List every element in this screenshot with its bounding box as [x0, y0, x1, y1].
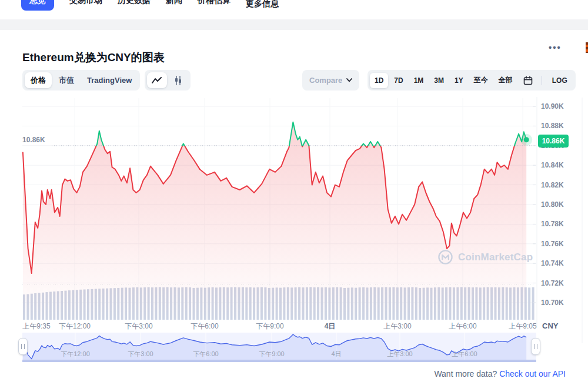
y-axis-label: 10.80K	[541, 200, 564, 209]
navigator-time-label: 下午12:00	[61, 350, 90, 358]
range-button-1D[interactable]: 1D	[370, 73, 388, 88]
api-promo-text: Want more data?	[434, 369, 497, 378]
line-chart-icon[interactable]	[147, 72, 167, 88]
page-title: Ethereum兑换为CNY的图表	[22, 50, 165, 65]
range-button-1M[interactable]: 1M	[409, 73, 429, 88]
x-axis-label: 上午3:00	[383, 321, 411, 331]
range-button-至今[interactable]: 至今	[469, 72, 493, 89]
navigator-time-label: 上午6:00	[452, 350, 477, 358]
clipped-edge-icon	[586, 42, 588, 53]
watermark-text: CoinMarketCap	[458, 252, 533, 263]
chevron-down-icon	[346, 78, 352, 82]
calendar-icon[interactable]	[519, 73, 537, 88]
range-selector: 1D7D1M3M1Y至今全部 LOG	[368, 70, 576, 91]
x-axis-label: 上午9:35	[22, 321, 50, 331]
candlestick-icon[interactable]	[168, 72, 188, 88]
coinmarketcap-watermark: CoinMarketCap	[437, 249, 533, 265]
topnav-tab-6[interactable]: 更多信息	[246, 0, 279, 14]
coinmarketcap-logo-icon	[437, 249, 453, 265]
compare-label: Compare	[309, 76, 342, 85]
metric-tab-1[interactable]: 价格	[25, 72, 52, 88]
y-axis-label: 10.76K	[541, 240, 564, 248]
topnav-tab-4[interactable]: 新闻	[166, 0, 182, 11]
page-tabs: 总览交易市场历史数据新闻价格估算更多信息	[21, 0, 279, 14]
x-axis-label: 下午12:00	[59, 321, 91, 331]
toolbar-divider	[542, 76, 542, 85]
range-button-全部[interactable]: 全部	[494, 72, 517, 89]
navigator-time-label: 下午9:00	[259, 350, 284, 358]
api-promo: Want more data? Check out our API	[434, 369, 566, 378]
y-axis-label: 10.74K	[541, 259, 564, 267]
metric-tab-2[interactable]: 市值	[53, 72, 80, 88]
axis-currency-label: CNY	[542, 321, 558, 330]
range-button-1Y[interactable]: 1Y	[450, 73, 468, 88]
topnav-tab-3[interactable]: 历史数据	[118, 0, 151, 11]
y-axis-label: 10.84K	[541, 161, 564, 169]
api-link[interactable]: Check out our API	[499, 369, 566, 378]
navigator-time-label: 下午3:00	[128, 350, 153, 358]
y-axis-label: 10.88K	[541, 122, 564, 130]
x-axis-label: 下午9:00	[256, 321, 283, 331]
topnav-tab-5[interactable]: 价格估算	[198, 0, 230, 11]
x-axis-label: 下午6:00	[191, 321, 218, 331]
y-axis-label: 10.78K	[541, 220, 564, 228]
range-button-7D[interactable]: 7D	[389, 73, 407, 88]
navigator-time-label: 上午3:00	[387, 350, 412, 358]
y-axis-label: 10.90K	[541, 102, 564, 110]
topnav-tab-1[interactable]: 总览	[21, 0, 54, 11]
x-axis-label: 上午9:05	[509, 321, 536, 331]
y-axis-label: 10.72K	[541, 279, 564, 287]
metric-tab-group: 价格市值TradingView	[22, 70, 140, 91]
compare-button[interactable]: Compare	[302, 70, 359, 91]
metric-tab-3[interactable]: TradingView	[81, 72, 138, 88]
navigator-time-label: 下午6:00	[193, 350, 218, 358]
open-price-label: 10.86K	[22, 136, 45, 144]
x-axis-label: 4日	[325, 321, 336, 331]
navigator-left-handle[interactable]	[18, 338, 28, 355]
navigator-time-label: 4日	[331, 350, 341, 358]
x-axis-label: 上午6:00	[449, 321, 476, 331]
more-menu-button[interactable]: •••	[549, 42, 562, 52]
chart-type-group	[145, 70, 191, 91]
current-price-badge: 10.86K	[538, 135, 569, 148]
log-scale-button[interactable]: LOG	[546, 73, 573, 88]
x-axis-label: 下午3:00	[125, 321, 152, 331]
y-axis-label: 10.82K	[541, 181, 564, 189]
navigator-right-handle[interactable]	[531, 338, 540, 355]
y-axis-label: 10.70K	[541, 299, 564, 307]
range-button-3M[interactable]: 3M	[429, 73, 449, 88]
topnav-tab-2[interactable]: 交易市场	[69, 0, 102, 11]
